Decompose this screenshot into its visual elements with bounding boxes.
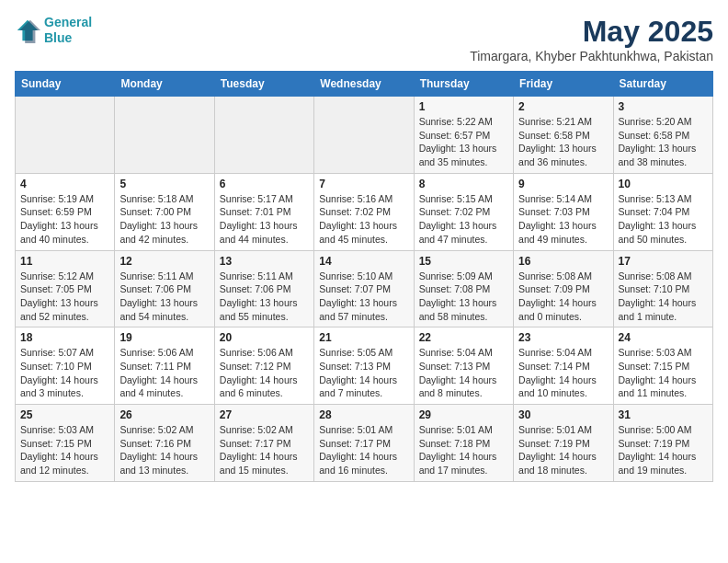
day-cell: 1Sunrise: 5:22 AMSunset: 6:57 PMDaylight… (414, 97, 513, 174)
day-number: 17 (619, 255, 708, 268)
day-info: Sunrise: 5:05 AMSunset: 7:13 PMDaylight:… (319, 346, 408, 400)
day-number: 16 (518, 255, 608, 268)
header-cell-wednesday: Wednesday (314, 72, 414, 97)
day-number: 13 (220, 255, 309, 268)
calendar-body: 1Sunrise: 5:22 AMSunset: 6:57 PMDaylight… (16, 97, 713, 482)
day-cell: 10Sunrise: 5:13 AMSunset: 7:04 PMDayligh… (613, 173, 712, 250)
day-number: 23 (518, 331, 608, 344)
day-number: 12 (119, 255, 209, 268)
day-cell: 25Sunrise: 5:03 AMSunset: 7:15 PMDayligh… (16, 405, 115, 482)
day-info: Sunrise: 5:01 AMSunset: 7:17 PMDaylight:… (319, 423, 408, 477)
header-row: SundayMondayTuesdayWednesdayThursdayFrid… (16, 72, 713, 97)
day-number: 28 (319, 408, 408, 421)
page-header: General Blue May 2025 Timargara, Khyber … (15, 15, 713, 63)
day-info: Sunrise: 5:17 AMSunset: 7:01 PMDaylight:… (220, 192, 309, 247)
day-number: 19 (119, 331, 209, 344)
day-info: Sunrise: 5:22 AMSunset: 6:57 PMDaylight:… (419, 115, 508, 169)
day-cell: 19Sunrise: 5:06 AMSunset: 7:11 PMDayligh… (115, 327, 214, 405)
day-info: Sunrise: 5:14 AMSunset: 7:03 PMDaylight:… (518, 192, 608, 247)
day-cell: 22Sunrise: 5:04 AMSunset: 7:13 PMDayligh… (414, 327, 513, 405)
day-number: 24 (619, 331, 708, 344)
day-number: 7 (319, 178, 408, 190)
day-cell (115, 97, 214, 174)
day-info: Sunrise: 5:08 AMSunset: 7:09 PMDaylight:… (518, 270, 608, 324)
day-cell: 21Sunrise: 5:05 AMSunset: 7:13 PMDayligh… (314, 327, 414, 405)
logo-line1: General (44, 15, 92, 29)
logo-line2: Blue (44, 30, 72, 45)
day-cell: 4Sunrise: 5:19 AMSunset: 6:59 PMDaylight… (16, 173, 115, 250)
week-row-5: 25Sunrise: 5:03 AMSunset: 7:15 PMDayligh… (16, 405, 713, 482)
day-number: 25 (20, 408, 109, 421)
week-row-3: 11Sunrise: 5:12 AMSunset: 7:05 PMDayligh… (16, 250, 713, 327)
day-cell: 18Sunrise: 5:07 AMSunset: 7:10 PMDayligh… (16, 327, 115, 405)
day-info: Sunrise: 5:01 AMSunset: 7:19 PMDaylight:… (518, 423, 608, 477)
day-cell: 2Sunrise: 5:21 AMSunset: 6:58 PMDaylight… (514, 97, 613, 174)
calendar-header: SundayMondayTuesdayWednesdayThursdayFrid… (16, 72, 713, 97)
header-cell-sunday: Sunday (16, 72, 115, 97)
logo-text: General Blue (44, 15, 92, 46)
day-info: Sunrise: 5:02 AMSunset: 7:16 PMDaylight:… (119, 423, 209, 477)
day-info: Sunrise: 5:10 AMSunset: 7:07 PMDaylight:… (319, 270, 408, 324)
day-cell: 13Sunrise: 5:11 AMSunset: 7:06 PMDayligh… (214, 250, 313, 327)
day-number: 3 (619, 100, 708, 113)
month-year: May 2025 (470, 15, 713, 49)
day-number: 8 (419, 178, 508, 190)
day-cell: 3Sunrise: 5:20 AMSunset: 6:58 PMDaylight… (613, 97, 712, 174)
day-number: 2 (518, 100, 608, 113)
day-number: 15 (419, 255, 508, 268)
day-info: Sunrise: 5:19 AMSunset: 6:59 PMDaylight:… (20, 192, 109, 247)
day-cell: 31Sunrise: 5:00 AMSunset: 7:19 PMDayligh… (613, 405, 712, 482)
day-cell: 28Sunrise: 5:01 AMSunset: 7:17 PMDayligh… (314, 405, 414, 482)
logo: General Blue (15, 15, 92, 46)
day-number: 1 (419, 100, 508, 113)
day-info: Sunrise: 5:13 AMSunset: 7:04 PMDaylight:… (619, 192, 708, 247)
day-number: 14 (319, 255, 408, 268)
day-cell: 15Sunrise: 5:09 AMSunset: 7:08 PMDayligh… (414, 250, 513, 327)
header-cell-saturday: Saturday (613, 72, 712, 97)
day-info: Sunrise: 5:06 AMSunset: 7:12 PMDaylight:… (220, 346, 309, 400)
day-info: Sunrise: 5:03 AMSunset: 7:15 PMDaylight:… (619, 346, 708, 400)
day-number: 20 (220, 331, 309, 344)
week-row-1: 1Sunrise: 5:22 AMSunset: 6:57 PMDaylight… (16, 97, 713, 174)
day-cell: 24Sunrise: 5:03 AMSunset: 7:15 PMDayligh… (613, 327, 712, 405)
day-cell: 23Sunrise: 5:04 AMSunset: 7:14 PMDayligh… (514, 327, 613, 405)
day-cell: 27Sunrise: 5:02 AMSunset: 7:17 PMDayligh… (214, 405, 313, 482)
day-number: 5 (119, 178, 209, 190)
title-block: May 2025 Timargara, Khyber Pakhtunkhwa, … (470, 15, 713, 63)
day-info: Sunrise: 5:03 AMSunset: 7:15 PMDaylight:… (20, 423, 109, 477)
day-info: Sunrise: 5:04 AMSunset: 7:13 PMDaylight:… (419, 346, 508, 400)
week-row-4: 18Sunrise: 5:07 AMSunset: 7:10 PMDayligh… (16, 327, 713, 405)
day-number: 10 (619, 178, 708, 190)
day-cell: 30Sunrise: 5:01 AMSunset: 7:19 PMDayligh… (514, 405, 613, 482)
day-number: 9 (518, 178, 608, 190)
day-cell: 17Sunrise: 5:08 AMSunset: 7:10 PMDayligh… (613, 250, 712, 327)
day-cell: 16Sunrise: 5:08 AMSunset: 7:09 PMDayligh… (514, 250, 613, 327)
day-info: Sunrise: 5:00 AMSunset: 7:19 PMDaylight:… (619, 423, 708, 477)
header-cell-thursday: Thursday (414, 72, 513, 97)
day-info: Sunrise: 5:01 AMSunset: 7:18 PMDaylight:… (419, 423, 508, 477)
day-cell: 12Sunrise: 5:11 AMSunset: 7:06 PMDayligh… (115, 250, 214, 327)
day-number: 26 (119, 408, 209, 421)
day-cell (16, 97, 115, 174)
logo-icon (15, 17, 40, 43)
day-number: 29 (419, 408, 508, 421)
calendar-table: SundayMondayTuesdayWednesdayThursdayFrid… (15, 71, 713, 482)
day-number: 22 (419, 331, 508, 344)
day-info: Sunrise: 5:11 AMSunset: 7:06 PMDaylight:… (220, 270, 309, 324)
day-info: Sunrise: 5:06 AMSunset: 7:11 PMDaylight:… (119, 346, 209, 400)
day-cell (214, 97, 313, 174)
day-info: Sunrise: 5:09 AMSunset: 7:08 PMDaylight:… (419, 270, 508, 324)
day-number: 6 (220, 178, 309, 190)
week-row-2: 4Sunrise: 5:19 AMSunset: 6:59 PMDaylight… (16, 173, 713, 250)
day-info: Sunrise: 5:08 AMSunset: 7:10 PMDaylight:… (619, 270, 708, 324)
day-info: Sunrise: 5:18 AMSunset: 7:00 PMDaylight:… (119, 192, 209, 247)
day-info: Sunrise: 5:11 AMSunset: 7:06 PMDaylight:… (119, 270, 209, 324)
day-number: 4 (20, 178, 109, 190)
day-number: 27 (220, 408, 309, 421)
day-info: Sunrise: 5:04 AMSunset: 7:14 PMDaylight:… (518, 346, 608, 400)
location: Timargara, Khyber Pakhtunkhwa, Pakistan (470, 49, 713, 63)
header-cell-tuesday: Tuesday (214, 72, 313, 97)
header-cell-monday: Monday (115, 72, 214, 97)
day-cell: 29Sunrise: 5:01 AMSunset: 7:18 PMDayligh… (414, 405, 513, 482)
day-info: Sunrise: 5:16 AMSunset: 7:02 PMDaylight:… (319, 192, 408, 247)
